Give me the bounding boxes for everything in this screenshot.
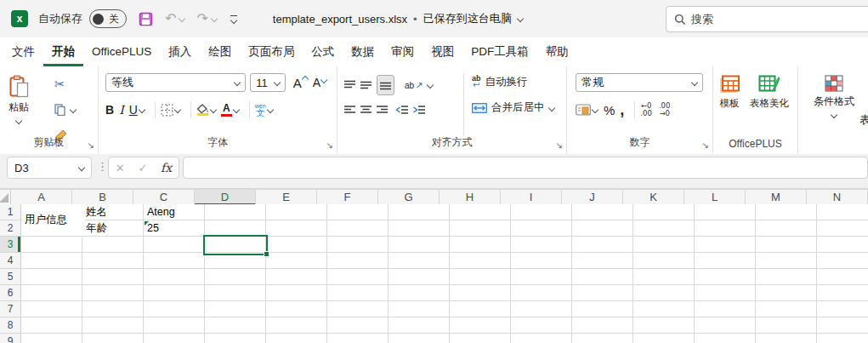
column-header[interactable]: M: [746, 190, 807, 205]
row-header[interactable]: 5: [0, 269, 21, 285]
column-header[interactable]: A: [11, 190, 72, 205]
select-all-button[interactable]: [0, 190, 11, 205]
align-left-button[interactable]: [344, 100, 355, 119]
cell-b1[interactable]: 姓名: [82, 204, 107, 220]
decrease-indent-button[interactable]: [396, 100, 408, 119]
underline-button[interactable]: U: [129, 100, 138, 119]
font-family-select[interactable]: 等线: [105, 73, 246, 92]
tab-insert[interactable]: 插入: [160, 37, 200, 66]
customize-quick-access-button[interactable]: [230, 15, 237, 23]
autosave-toggle[interactable]: 关: [89, 9, 127, 28]
dialog-launcher-icon[interactable]: ↘: [556, 141, 563, 150]
decrease-font-size-button[interactable]: A: [313, 73, 326, 92]
tab-draw[interactable]: 绘图: [200, 37, 240, 66]
comma-style-button[interactable]: ,: [620, 100, 624, 119]
column-header[interactable]: H: [440, 190, 501, 205]
accounting-format-button[interactable]: [576, 100, 591, 119]
row-header[interactable]: 7: [0, 301, 21, 317]
chevron-down-icon[interactable]: [516, 15, 523, 22]
align-center-button[interactable]: [360, 100, 372, 119]
dialog-launcher-icon[interactable]: ↘: [326, 141, 333, 150]
undo-button[interactable]: ↶: [165, 12, 184, 26]
column-header[interactable]: F: [317, 190, 378, 205]
italic-button[interactable]: I: [119, 100, 124, 119]
chevron-down-icon[interactable]: [174, 106, 181, 113]
font-size-select[interactable]: 11: [250, 73, 285, 92]
tab-review[interactable]: 审阅: [383, 37, 423, 66]
percent-style-button[interactable]: %: [604, 100, 615, 119]
name-box[interactable]: D3: [7, 157, 92, 179]
table-beautify-button[interactable]: 表格美化: [750, 75, 789, 110]
next-button-partial-label[interactable]: 表: [859, 112, 868, 128]
align-bottom-button[interactable]: [377, 75, 394, 95]
column-header[interactable]: G: [378, 190, 440, 205]
phonetic-guide-button[interactable]: wén 文: [255, 100, 266, 119]
tab-view[interactable]: 视图: [423, 37, 462, 66]
tab-data[interactable]: 数据: [343, 37, 383, 66]
column-header[interactable]: I: [501, 190, 562, 205]
cut-button[interactable]: ✂: [54, 75, 65, 94]
chevron-down-icon[interactable]: [427, 82, 434, 89]
align-middle-button[interactable]: [360, 76, 372, 94]
row-header[interactable]: 6: [0, 285, 21, 301]
increase-indent-button[interactable]: [413, 100, 425, 119]
column-header[interactable]: J: [562, 190, 623, 205]
column-header[interactable]: C: [133, 190, 195, 205]
search-input[interactable]: 搜索: [666, 6, 868, 32]
tab-page-layout[interactable]: 页面布局: [240, 37, 303, 66]
formula-input[interactable]: [183, 157, 868, 179]
chevron-down-icon[interactable]: [266, 106, 273, 113]
merge-center-button[interactable]: 合并后居中: [472, 100, 554, 115]
column-header[interactable]: N: [807, 190, 868, 205]
selected-cell-d3[interactable]: [203, 235, 268, 255]
template-button[interactable]: 模板: [719, 75, 740, 110]
cell-a1-merged[interactable]: 用户信息: [21, 204, 85, 236]
copy-button[interactable]: [54, 100, 76, 119]
row-header[interactable]: 2: [0, 220, 21, 237]
formula-bar-resize-handle[interactable]: ⋮: [97, 160, 108, 173]
tab-pdf-tools[interactable]: PDF工具箱: [462, 37, 537, 66]
tab-help[interactable]: 帮助: [537, 37, 577, 66]
increase-decimal-button[interactable]: ←0 .00: [640, 102, 652, 117]
row-header[interactable]: 1: [0, 204, 21, 220]
align-right-button[interactable]: [377, 100, 388, 119]
sheet-cells-area[interactable]: 用户信息 姓名 年龄 Ateng 25: [21, 204, 868, 343]
dialog-launcher-icon[interactable]: ↘: [702, 141, 709, 150]
row-header[interactable]: 8: [0, 317, 21, 334]
fill-handle[interactable]: [264, 251, 269, 257]
column-header[interactable]: L: [684, 190, 746, 205]
insert-function-icon[interactable]: fx: [161, 161, 172, 174]
cell-b2[interactable]: 年龄: [82, 220, 107, 237]
chevron-down-icon[interactable]: [233, 106, 240, 113]
align-top-button[interactable]: [344, 76, 355, 94]
save-button[interactable]: [139, 12, 153, 26]
tab-file[interactable]: 文件: [3, 37, 43, 66]
cell-c1[interactable]: Ateng: [144, 204, 175, 220]
tab-home[interactable]: 开始: [43, 37, 83, 66]
column-header[interactable]: B: [72, 190, 133, 205]
row-header-active[interactable]: 3: [0, 237, 21, 253]
enter-icon[interactable]: ✓: [138, 162, 147, 174]
conditional-formatting-button[interactable]: 条件格式: [814, 75, 854, 117]
chevron-down-icon[interactable]: [592, 106, 599, 113]
redo-button[interactable]: ↷: [196, 12, 216, 26]
row-header[interactable]: 4: [0, 253, 21, 269]
save-status-text[interactable]: 已保存到这台电脑: [423, 11, 512, 26]
column-header[interactable]: E: [256, 190, 317, 205]
bold-button[interactable]: B: [105, 100, 114, 119]
row-header[interactable]: 9: [0, 334, 21, 343]
tab-formulas[interactable]: 公式: [303, 37, 343, 66]
wrap-text-button[interactable]: ab ↩ 自动换行: [472, 75, 528, 89]
text-orientation-button[interactable]: ab ↗: [405, 76, 423, 94]
font-color-button[interactable]: A: [221, 100, 232, 119]
column-header-active[interactable]: D: [195, 190, 256, 205]
number-format-select[interactable]: 常规: [576, 73, 703, 92]
decrease-decimal-button[interactable]: .00 →0: [659, 102, 671, 117]
chevron-down-icon[interactable]: [210, 106, 217, 113]
paste-button[interactable]: 粘贴: [9, 75, 29, 123]
column-header[interactable]: K: [623, 190, 684, 205]
dialog-launcher-icon[interactable]: ↘: [88, 141, 94, 150]
increase-font-size-button[interactable]: A: [293, 73, 308, 92]
fill-color-button[interactable]: [196, 100, 209, 119]
chevron-down-icon[interactable]: [139, 106, 145, 113]
